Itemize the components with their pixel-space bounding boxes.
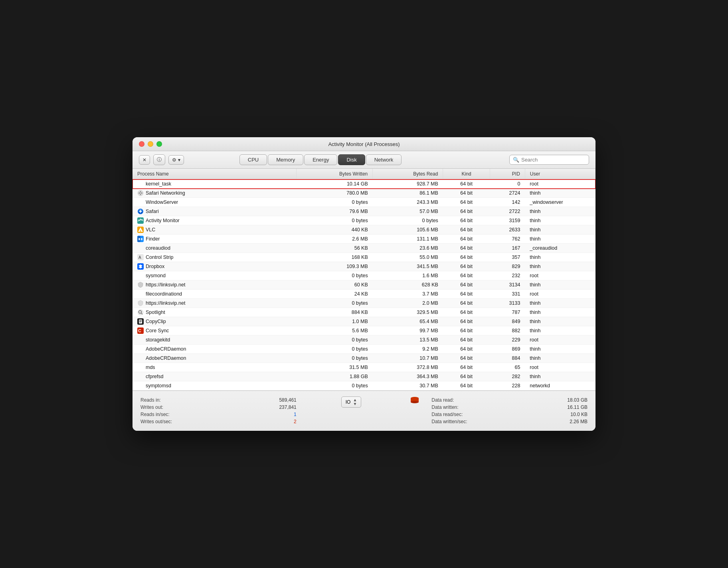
svg-point-30 xyxy=(411,401,419,403)
user-cell: _coreaudiod xyxy=(525,244,595,253)
kind-cell: 64 bit xyxy=(443,354,490,363)
process-name: Core Sync xyxy=(146,328,169,333)
info-button[interactable]: ⓘ xyxy=(153,154,165,165)
tab-energy[interactable]: Energy xyxy=(304,154,337,165)
reads-in-sec-row: Reads in/sec: 1 xyxy=(140,411,297,418)
col-pid[interactable]: PID xyxy=(490,169,525,179)
pid-cell: 3133 xyxy=(490,299,525,308)
writes-out-label: Writes out: xyxy=(140,404,163,410)
process-name: kernel_task xyxy=(146,181,171,187)
tab-cpu[interactable]: CPU xyxy=(239,154,267,165)
col-bytes-read[interactable]: Bytes Read xyxy=(373,169,443,179)
search-box[interactable]: 🔍 xyxy=(509,155,589,165)
table-row[interactable]: Safari 79.6 MB 57.0 MB 64 bit 2722 thinh xyxy=(133,207,595,216)
tab-memory[interactable]: Memory xyxy=(268,154,303,165)
process-name: Safari Networking xyxy=(146,190,185,196)
search-input[interactable] xyxy=(521,157,586,163)
data-written-label: Data written: xyxy=(431,404,458,410)
reads-in-value: 589,461 xyxy=(279,397,296,403)
table-row[interactable]: AControl Strip 168 KB 55.0 MB 64 bit 357… xyxy=(133,253,595,262)
user-cell: thinh xyxy=(525,225,595,235)
table-row[interactable]: AdobeCRDaemon 0 bytes 10.7 MB 64 bit 884… xyxy=(133,354,595,363)
pid-cell: 228 xyxy=(490,381,525,390)
bytes-written-cell: 10.14 GB xyxy=(297,179,373,189)
col-kind[interactable]: Kind xyxy=(443,169,490,179)
table-row[interactable]: storagekitd 0 bytes 13.5 MB 64 bit 229 r… xyxy=(133,335,595,345)
table-row[interactable]: AdobeCRDaemon 0 bytes 9.2 MB 64 bit 869 … xyxy=(133,345,595,354)
io-selector[interactable]: IO ▲ ▼ xyxy=(341,396,362,408)
process-name: CopyClip xyxy=(146,319,166,324)
window-title: Activity Monitor (All Processes) xyxy=(328,141,400,147)
writes-out-value: 237,841 xyxy=(279,404,296,410)
kind-cell: 64 bit xyxy=(443,262,490,271)
close-process-button[interactable]: ✕ xyxy=(139,155,150,165)
process-name: Activity Monitor xyxy=(146,218,180,223)
bytes-read-cell: 99.7 MB xyxy=(373,326,443,335)
process-icon: C xyxy=(137,327,144,334)
table-row[interactable]: https://linksvip.net 60 KB 628 KB 64 bit… xyxy=(133,280,595,290)
table-row[interactable]: coreaudiod 56 KB 23.6 MB 64 bit 167 _cor… xyxy=(133,244,595,253)
table-row[interactable]: filecoordinationd 24 KB 3.7 MB 64 bit 33… xyxy=(133,290,595,299)
process-name: https://linksvip.net xyxy=(146,282,185,288)
kind-cell: 64 bit xyxy=(443,326,490,335)
action-button[interactable]: ⚙ ▾ xyxy=(168,155,184,165)
table-row[interactable]: Finder 2.6 MB 131.1 MB 64 bit 762 thinh xyxy=(133,235,595,244)
table-row[interactable]: https://linksvip.net 0 bytes 2.0 MB 64 b… xyxy=(133,299,595,308)
svg-text:A: A xyxy=(138,255,141,260)
process-name: WindowServer xyxy=(146,199,178,205)
bytes-read-cell: 13.5 MB xyxy=(373,335,443,345)
bytes-written-cell: 780.0 MB xyxy=(297,189,373,198)
bytes-read-cell: 65.4 MB xyxy=(373,317,443,326)
process-table: Process Name Bytes Written Bytes Read Ki… xyxy=(133,169,595,390)
data-written-sec-label: Data written/sec: xyxy=(431,419,467,424)
pid-cell: 282 xyxy=(490,372,525,381)
kind-cell: 64 bit xyxy=(443,381,490,390)
pid-cell: 65 xyxy=(490,363,525,372)
table-row[interactable]: sysmond 0 bytes 1.6 MB 64 bit 232 root xyxy=(133,271,595,280)
maximize-button[interactable] xyxy=(156,141,162,147)
kind-cell: 64 bit xyxy=(443,290,490,299)
process-name-cell: CopyClip xyxy=(133,317,297,326)
table-row[interactable]: cfprefsd 1.88 GB 364.3 MB 64 bit 282 thi… xyxy=(133,372,595,381)
bytes-read-cell: 86.1 MB xyxy=(373,189,443,198)
col-process-name[interactable]: Process Name xyxy=(133,169,297,179)
process-icon xyxy=(137,208,144,215)
close-button[interactable] xyxy=(139,141,144,147)
table-row[interactable]: kernel_task 10.14 GB 928.7 MB 64 bit 0 r… xyxy=(133,179,595,189)
table-row[interactable]: symptomsd 0 bytes 30.7 MB 64 bit 228 net… xyxy=(133,381,595,390)
process-name-cell: Finder xyxy=(133,235,297,244)
tab-network[interactable]: Network xyxy=(366,154,402,165)
data-read-sec-value: 10.0 KB xyxy=(570,412,588,417)
col-bytes-written[interactable]: Bytes Written xyxy=(297,169,373,179)
table-row[interactable]: Safari Networking 780.0 MB 86.1 MB 64 bi… xyxy=(133,189,595,198)
table-row[interactable]: Spotlight 884 KB 329.5 MB 64 bit 787 thi… xyxy=(133,308,595,317)
data-read-sec-row: Data read/sec: 10.0 KB xyxy=(431,411,588,418)
svg-rect-23 xyxy=(139,320,142,321)
table-row[interactable]: VLC 440 KB 105.6 MB 64 bit 2633 thinh xyxy=(133,225,595,235)
table-row[interactable]: mds 31.5 MB 372.8 MB 64 bit 65 root xyxy=(133,363,595,372)
table-row[interactable]: CCore Sync 5.6 MB 99.7 MB 64 bit 882 thi… xyxy=(133,326,595,335)
col-user[interactable]: User xyxy=(525,169,595,179)
user-cell: thinh xyxy=(525,189,595,198)
process-icon xyxy=(137,309,144,316)
table-row[interactable]: CopyClip 1.0 MB 65.4 MB 64 bit 849 thinh xyxy=(133,317,595,326)
table-row[interactable]: Dropbox 109.3 MB 341.5 MB 64 bit 829 thi… xyxy=(133,262,595,271)
minimize-button[interactable] xyxy=(148,141,153,147)
kind-cell: 64 bit xyxy=(443,253,490,262)
tab-disk[interactable]: Disk xyxy=(338,154,365,165)
data-written-row: Data written: 16.11 GB xyxy=(431,404,588,411)
bytes-written-cell: 31.5 MB xyxy=(297,363,373,372)
footer: Reads in: 589,461 Writes out: 237,841 Re… xyxy=(133,390,595,431)
bytes-written-cell: 1.0 MB xyxy=(297,317,373,326)
table-row[interactable]: Activity Monitor 0 bytes 0 bytes 64 bit … xyxy=(133,216,595,225)
process-icon xyxy=(137,263,144,270)
bytes-written-cell: 1.88 GB xyxy=(297,372,373,381)
process-name-cell: symptomsd xyxy=(133,381,297,390)
bytes-read-cell: 2.0 MB xyxy=(373,299,443,308)
pid-cell: 2722 xyxy=(490,207,525,216)
pid-cell: 167 xyxy=(490,244,525,253)
table-row[interactable]: WindowServer 0 bytes 243.3 MB 64 bit 142… xyxy=(133,198,595,207)
bytes-written-cell: 109.3 MB xyxy=(297,262,373,271)
pid-cell: 142 xyxy=(490,198,525,207)
reads-in-sec-value: 1 xyxy=(294,412,297,417)
